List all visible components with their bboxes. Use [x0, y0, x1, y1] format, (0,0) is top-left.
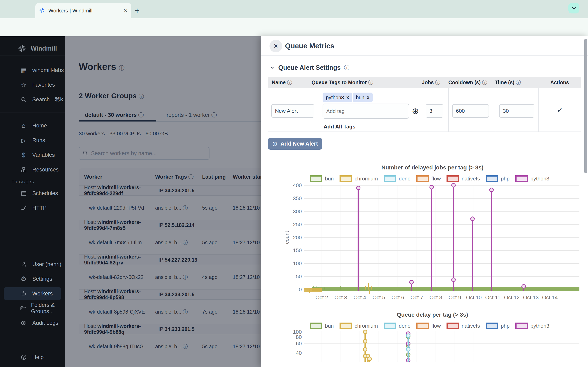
svg-text:300: 300 [293, 208, 302, 215]
legend-swatch-chromium[interactable] [339, 175, 352, 182]
drawer-scrollbar[interactable] [584, 39, 587, 173]
info-icon[interactable]: ⓘ [344, 64, 349, 71]
sidebar-divider [0, 55, 65, 55]
info-icon[interactable]: ⓘ [287, 80, 292, 85]
legend-swatch-bun[interactable] [310, 175, 322, 182]
building-icon: ▦ [20, 67, 27, 74]
sidebar-item-settings[interactable]: ⚙ Settings [0, 272, 65, 286]
sidebar-item-audit-logs[interactable]: Audit Logs [0, 316, 65, 330]
windmill-favicon [39, 8, 45, 14]
svg-text:100: 100 [293, 260, 302, 267]
legend-label: nativets [462, 175, 480, 182]
user-icon [20, 261, 27, 267]
svg-text:Oct 7: Oct 7 [410, 294, 423, 300]
legend-swatch-flow[interactable] [416, 323, 429, 329]
search-shortcut: ⌘k [55, 96, 63, 103]
svg-text:Oct 4: Oct 4 [354, 294, 366, 300]
sidebar-item-user[interactable]: User (henri) [0, 257, 65, 272]
add-tag-input[interactable] [323, 104, 409, 119]
drawer-header-divider [261, 55, 588, 56]
sidebar-logo-text: Windmill [31, 45, 57, 52]
plus-circle-icon: ⊕ [272, 140, 278, 148]
sidebar-item-schedules[interactable]: Schedules [0, 186, 65, 201]
confirm-alert-button[interactable]: ✓ [557, 106, 563, 115]
new-tab-button[interactable]: + [135, 7, 139, 15]
route-icon [20, 205, 27, 211]
add-all-tags-link[interactable]: Add All Tags [324, 124, 355, 130]
legend-swatch-flow[interactable] [416, 175, 429, 182]
add-new-alert-button[interactable]: ⊕ Add New Alert [268, 138, 322, 150]
legend-swatch-php[interactable] [486, 323, 498, 329]
remove-tag-icon[interactable]: x [346, 95, 349, 100]
legend-label: python3 [530, 175, 549, 182]
tab-title: Workers | Windmill [48, 8, 123, 14]
info-icon[interactable]: ⓘ [516, 80, 521, 85]
close-icon: × [274, 42, 278, 50]
sidebar-item-workers[interactable]: Workers [0, 286, 65, 301]
legend-swatch-python3[interactable] [515, 175, 528, 182]
svg-text:Oct 9: Oct 9 [449, 294, 461, 300]
chart-plot: 406080100 [284, 329, 581, 363]
close-drawer-button[interactable]: × [269, 40, 282, 52]
legend-swatch-python3[interactable] [515, 323, 528, 329]
sidebar-item-favorites[interactable]: ☆ Favorites [0, 77, 65, 92]
legend-swatch-bun[interactable] [310, 323, 322, 329]
legend-swatch-chromium[interactable] [339, 323, 352, 329]
chart-title: Queue delay per tag (> 3s) [284, 312, 581, 318]
collapse-sidebar-button[interactable]: ← [0, 365, 65, 367]
svg-text:400: 400 [293, 182, 302, 188]
info-icon[interactable]: ⓘ [368, 80, 373, 85]
home-icon: ⌂ [20, 122, 27, 129]
sidebar-item-workspace[interactable]: ▦ windmill-labs [0, 63, 65, 77]
time-input[interactable] [499, 104, 534, 118]
sidebar-item-resources[interactable]: Resources [0, 162, 65, 177]
svg-text:Oct 10: Oct 10 [466, 294, 482, 300]
info-icon[interactable]: ⓘ [435, 80, 440, 85]
svg-text:Oct 14: Oct 14 [542, 294, 558, 300]
tab-close-icon[interactable]: × [123, 7, 128, 14]
sidebar-item-folders[interactable]: Folders & Groups... [0, 301, 65, 316]
svg-text:40: 40 [296, 350, 302, 356]
chevron-down-icon [269, 65, 275, 71]
legend-swatch-nativets[interactable] [447, 323, 459, 329]
browser-tab[interactable]: Workers | Windmill × [35, 3, 131, 18]
tab-search-button[interactable] [568, 3, 579, 13]
svg-text:Oct 5: Oct 5 [372, 294, 385, 300]
remove-tag-icon[interactable]: x [367, 95, 369, 100]
svg-text:60: 60 [296, 341, 302, 347]
legend-swatch-deno[interactable] [384, 323, 396, 329]
sidebar-item-http[interactable]: HTTP [0, 201, 65, 215]
tag-chip-python3: python3x [323, 92, 352, 102]
chart-legend: bunchromiumdenoflownativetsphppython3 [284, 323, 581, 329]
eye-icon [20, 320, 27, 326]
add-tag-button[interactable]: ⊕ [412, 106, 419, 116]
legend-swatch-nativets[interactable] [447, 175, 459, 182]
legend-label: php [501, 323, 510, 329]
legend-label: bun [325, 323, 334, 329]
info-icon[interactable]: ⓘ [482, 80, 487, 85]
sidebar-item-variables[interactable]: $ Variables [0, 148, 65, 162]
svg-text:100: 100 [293, 329, 302, 335]
alert-table-header: Name ⓘ Queue Tags to Monitor ⓘ Jobs ⓘ Co… [268, 77, 581, 88]
legend-swatch-php[interactable] [486, 175, 498, 182]
sidebar-item-runs[interactable]: ▷ Runs [0, 133, 65, 148]
cooldown-input[interactable] [452, 104, 489, 118]
jobs-input[interactable] [426, 104, 443, 118]
alert-name-input[interactable] [271, 104, 314, 118]
svg-text:Oct 13: Oct 13 [523, 294, 539, 300]
chart-legend: bunchromiumdenoflownativetsphppython3 [284, 175, 581, 182]
legend-label: php [501, 175, 510, 182]
sidebar-item-help[interactable]: Help [0, 350, 65, 365]
sidebar-item-home[interactable]: ⌂ Home [0, 118, 65, 133]
gear-icon: ⚙ [20, 275, 27, 283]
legend-swatch-deno[interactable] [384, 175, 396, 182]
delayed-jobs-chart: Number of delayed jobs per tag (> 3s) bu… [284, 164, 581, 306]
sidebar-section-triggers: TRIGGERS [0, 177, 65, 186]
legend-label: flow [432, 175, 441, 182]
star-icon: ☆ [20, 81, 27, 89]
calendar-icon [20, 190, 27, 196]
sidebar-logo[interactable]: Windmill [0, 36, 65, 55]
svg-text:50: 50 [296, 273, 302, 280]
sidebar-item-search[interactable]: Search ⌘k [0, 92, 65, 107]
queue-alert-settings-toggle[interactable]: Queue Alert Settings ⓘ [269, 64, 349, 71]
